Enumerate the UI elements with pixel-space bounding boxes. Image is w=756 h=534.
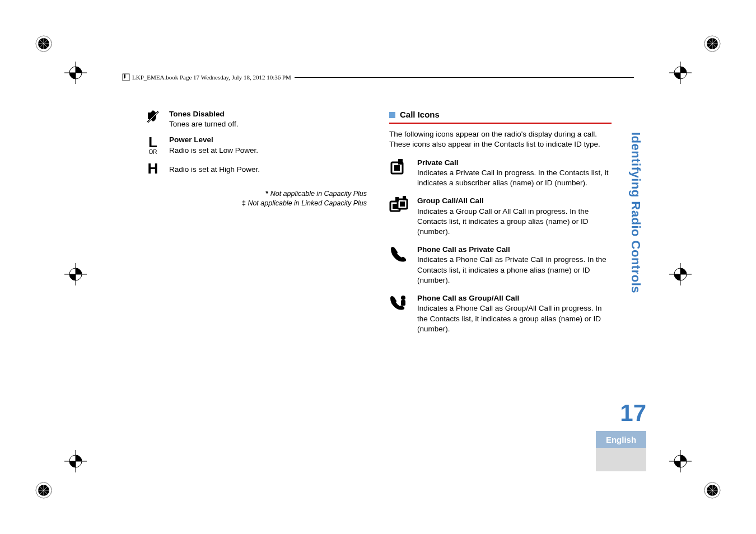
power-low-desc: Radio is set at Low Power. bbox=[169, 146, 258, 154]
svg-rect-42 bbox=[123, 74, 129, 81]
side-tab: Identifying Radio Controls bbox=[628, 132, 646, 293]
tones-disabled-icon bbox=[144, 109, 161, 129]
power-low-icon: L OR bbox=[144, 135, 161, 155]
corner-mark-bl bbox=[34, 480, 54, 500]
private-call-text: Private Call Indicates a Private Call in… bbox=[417, 158, 612, 189]
corner-mark-tl bbox=[34, 34, 54, 54]
corner-mark-br bbox=[702, 480, 722, 500]
power-level-title: Power Level bbox=[169, 135, 258, 145]
corner-mark-tr bbox=[702, 34, 722, 54]
tones-disabled-text: Tones Disabled Tones are turned off. bbox=[169, 109, 239, 129]
section-bullet-icon bbox=[389, 112, 395, 118]
tones-disabled-title: Tones Disabled bbox=[169, 109, 239, 119]
right-column: Call Icons The following icons appear on… bbox=[389, 109, 612, 434]
group-call-desc: Indicates a Group Call or All Call in pr… bbox=[417, 207, 589, 236]
section-intro: The following icons appear on the radio'… bbox=[389, 129, 612, 149]
language-badge: English bbox=[596, 431, 646, 448]
content-area: Tones Disabled Tones are turned off. L O… bbox=[144, 109, 612, 434]
footnote-line1: Not applicable in Capacity Plus bbox=[270, 190, 367, 198]
section-heading: Call Icons bbox=[389, 109, 612, 124]
phone-group-desc: Indicates a Phone Call as Group/All Call… bbox=[417, 304, 601, 332]
group-call-title: Group Call/All Call bbox=[417, 196, 612, 206]
footnote-line2: Not applicable in Linked Capacity Plus bbox=[248, 199, 367, 207]
power-high-desc: Radio is set at High Power. bbox=[169, 165, 260, 174]
svg-point-54 bbox=[401, 296, 405, 300]
private-call-desc: Indicates a Private Call in progress. In… bbox=[417, 168, 608, 187]
group-call-icon bbox=[389, 196, 409, 237]
entry-power-high: H Radio is set at High Power. bbox=[144, 161, 367, 176]
private-call-title: Private Call bbox=[417, 158, 612, 168]
phone-private-desc: Indicates a Phone Call as Private Call i… bbox=[417, 255, 606, 284]
phone-group-icon bbox=[389, 293, 409, 334]
svg-rect-55 bbox=[401, 300, 405, 306]
svg-rect-52 bbox=[395, 197, 399, 202]
footnote-dagger: ‡ bbox=[242, 199, 246, 207]
header-rule bbox=[295, 77, 634, 78]
registration-mark bbox=[64, 263, 87, 285]
svg-rect-53 bbox=[403, 196, 406, 200]
power-or-label: OR bbox=[149, 149, 157, 155]
registration-mark bbox=[669, 62, 692, 84]
power-level-text: Power Level Radio is set at Low Power. bbox=[169, 135, 258, 155]
left-column: Tones Disabled Tones are turned off. L O… bbox=[144, 109, 367, 434]
header-file-info: LKP_EMEA.book Page 17 Wednesday, July 18… bbox=[132, 74, 291, 81]
entry-tones-disabled: Tones Disabled Tones are turned off. bbox=[144, 109, 367, 129]
entry-phone-private: Phone Call as Private Call Indicates a P… bbox=[389, 245, 612, 285]
section-title: Call Icons bbox=[400, 109, 440, 120]
svg-rect-46 bbox=[394, 165, 400, 171]
registration-mark bbox=[64, 450, 87, 472]
entry-group-call: Group Call/All Call Indicates a Group Ca… bbox=[389, 196, 612, 237]
power-high-text: Radio is set at High Power. bbox=[169, 161, 260, 176]
tones-disabled-desc: Tones are turned off. bbox=[169, 120, 239, 128]
registration-mark bbox=[64, 62, 87, 84]
registration-mark bbox=[669, 450, 692, 472]
private-call-icon bbox=[389, 158, 409, 189]
page-root: LKP_EMEA.book Page 17 Wednesday, July 18… bbox=[0, 0, 756, 534]
side-gray-strip bbox=[596, 448, 646, 471]
registration-mark bbox=[669, 263, 692, 285]
entry-private-call: Private Call Indicates a Private Call in… bbox=[389, 158, 612, 189]
phone-group-text: Phone Call as Group/All Call Indicates a… bbox=[417, 293, 612, 334]
footnotes: * Not applicable in Capacity Plus ‡ Not … bbox=[144, 189, 367, 208]
footnote-star: * bbox=[265, 190, 268, 198]
power-high-icon: H bbox=[144, 161, 161, 176]
svg-rect-51 bbox=[400, 202, 405, 207]
phone-group-title: Phone Call as Group/All Call bbox=[417, 293, 612, 303]
phone-private-text: Phone Call as Private Call Indicates a P… bbox=[417, 245, 612, 285]
group-call-text: Group Call/All Call Indicates a Group Ca… bbox=[417, 196, 612, 237]
book-flag-icon bbox=[122, 73, 130, 81]
phone-private-icon bbox=[389, 245, 409, 285]
svg-rect-47 bbox=[398, 159, 403, 165]
page-number: 17 bbox=[613, 400, 646, 427]
header-info: LKP_EMEA.book Page 17 Wednesday, July 18… bbox=[122, 72, 634, 83]
side-section-label: Identifying Radio Controls bbox=[628, 132, 643, 293]
entry-power-level: L OR Power Level Radio is set at Low Pow… bbox=[144, 135, 367, 155]
entry-phone-group: Phone Call as Group/All Call Indicates a… bbox=[389, 293, 612, 334]
phone-private-title: Phone Call as Private Call bbox=[417, 245, 612, 255]
